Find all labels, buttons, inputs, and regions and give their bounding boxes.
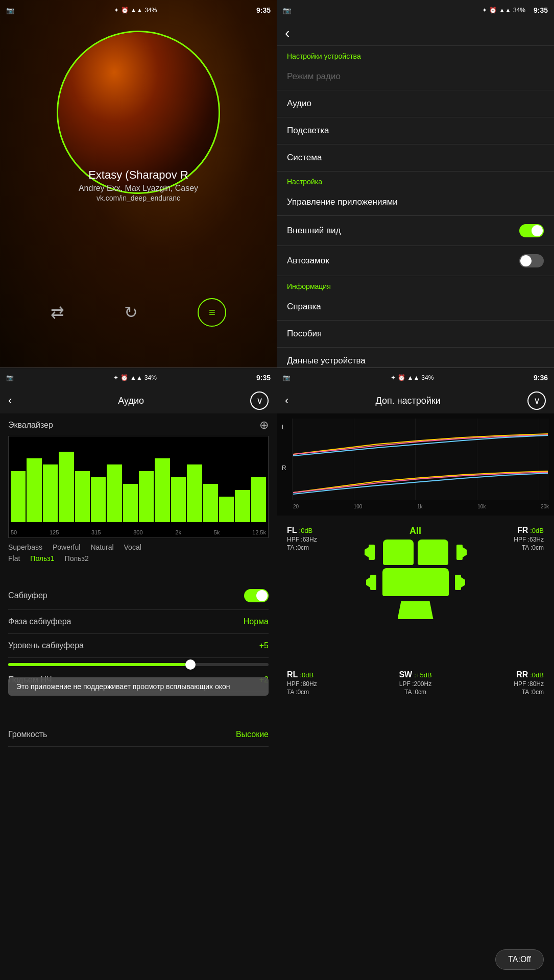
eq-bar-14[interactable] [235,490,250,522]
eq-bar-15[interactable] [251,477,266,522]
speaker-back-button[interactable]: ‹ [285,394,288,407]
front-right-seat [418,540,448,565]
eq-bar-2[interactable] [43,464,58,522]
fr-channel: FR :0dB HPF :63Hz TA :0cm [514,526,544,551]
settings-item-apps[interactable]: Управление приложениями [277,189,554,216]
speaker-down-button[interactable]: ∨ [527,391,546,410]
eq-bar-4[interactable] [75,471,90,522]
subwoofer-toggle-row: Сабвуфер [8,582,269,610]
settings-item-system[interactable]: Система [277,144,554,172]
settings-status-icons: ✦⏰▲▲ 34% [482,7,525,14]
settings-status-time: 9:35 [534,6,548,14]
preset-user2[interactable]: Польз2 [65,554,89,562]
rr-speaker-icon [451,568,465,596]
svg-rect-6 [455,575,461,590]
preset-user1[interactable]: Польз1 [30,554,54,562]
shuffle-button[interactable]: ⇄ [51,303,64,322]
eq-presets-2: Flat Польз1 Польз2 [8,554,269,562]
appearance-toggle[interactable] [519,224,544,237]
svg-marker-3 [463,547,467,557]
eq-bar-11[interactable] [187,464,202,522]
rl-ta: TA :0cm [287,689,317,696]
player-status-bar: 📷 ✦⏰▲▲ 34% 9:35 [0,0,277,20]
rl-speaker-icon [366,568,380,596]
fl-speaker-icon [365,540,379,565]
settings-item-help[interactable]: Справка [277,293,554,321]
vertical-divider-bottom [277,368,277,980]
settings-item-audio[interactable]: Аудио [277,90,554,117]
preset-vocal[interactable]: Vocal [124,543,141,551]
sw-channel: SW :+5dB LPF :200Hz TA :0cm [399,670,431,696]
speaker-status-bar: 📷 ✦⏰▲▲ 34% 9:36 [277,368,554,388]
rl-hpf: HPF :80Hz [287,680,317,688]
settings-back-button[interactable]: ‹ [285,25,290,41]
section-label-info: Информация [277,276,554,293]
track-info: Extasy (Sharapov R Andrey Exx, Max Lyazg… [52,168,225,202]
fl-db: :0dB [299,527,313,534]
track-title: Extasy (Sharapov R [52,168,225,182]
speaker-panel: 📷 ✦⏰▲▲ 34% 9:36 ‹ Доп. настройки ∨ L R [277,368,554,980]
rr-db: :0dB [530,671,544,679]
eq-bar-0[interactable] [11,471,26,522]
settings-panel: 📷 ✦⏰▲▲ 34% 9:35 ‹ Настройки устройства Р… [277,0,554,368]
settings-item-backlight[interactable]: Подсветка [277,117,554,144]
rear-seat [382,568,449,596]
eq-bar-12[interactable] [203,484,218,522]
eq-bar-3[interactable] [59,452,74,522]
level-slider-thumb[interactable] [185,659,196,670]
settings-item-appearance[interactable]: Внешний вид [277,216,554,246]
eq-bar-8[interactable] [139,471,154,522]
subwoofer-toggle[interactable] [244,589,269,602]
ta-off-button[interactable]: TA:Off [495,949,544,970]
menu-button[interactable]: ≡ [198,298,226,327]
audio-status-time: 9:35 [256,374,271,382]
audio-panel: 📷 ✦⏰▲▲ 34% 9:35 ‹ Аудио ∨ Эквалайзер ⊕ 5… [0,368,277,980]
rl-channel: RL :0dB HPF :80Hz TA :0cm [287,670,317,696]
level-slider-fill [8,663,190,666]
eq-bar-10[interactable] [171,477,186,522]
settings-item-device-data[interactable]: Данные устройства FH-X730BT/XNEW5 [277,348,554,368]
settings-status-left-icon: 📷 [283,7,291,14]
preset-flat[interactable]: Flat [8,554,20,562]
level-slider-track[interactable] [8,663,269,666]
front-seats [365,540,467,565]
rear-seats [366,568,465,596]
preset-natural[interactable]: Natural [90,543,113,551]
eq-zoom-button[interactable]: ⊕ [259,419,269,432]
sw-ta: TA :0cm [404,689,426,696]
eq-bar-5[interactable] [91,477,106,522]
freq-chart-l-label: L [282,424,285,431]
preset-powerful[interactable]: Powerful [53,543,80,551]
section-label-config: Настройка [277,172,554,189]
eq-bar-6[interactable] [107,464,122,522]
audio-back-button[interactable]: ‹ [8,394,12,407]
speaker-status-time: 9:36 [534,374,548,382]
audio-down-button[interactable]: ∨ [250,391,269,410]
eq-bar-13[interactable] [219,497,234,522]
settings-item-autolock[interactable]: Автозамок [277,246,554,276]
l-channel-lines [293,426,548,457]
freq-chart-r-label: R [282,464,286,472]
rr-ta: TA :0cm [522,689,544,696]
section-label-device: Настройки устройства [277,46,554,63]
audio-down-icon: ∨ [256,395,263,406]
speaker-layout: FL :0dB HPF :63Hz TA :0cm All [277,521,554,701]
settings-item-manual[interactable]: Пособия [277,321,554,348]
repeat-button[interactable]: ↻ [124,303,138,322]
preset-superbass[interactable]: Superbass [8,543,42,551]
front-left-seat [383,540,414,565]
all-button[interactable]: All [410,526,421,536]
fr-label: FR [517,526,528,535]
sw-lpf: LPF :200Hz [399,680,431,688]
eq-bar-1[interactable] [27,458,41,522]
eq-bar-9[interactable] [155,458,170,522]
autolock-toggle[interactable] [519,254,544,267]
subwoofer-icon [398,601,433,619]
fl-label: FL [287,526,297,535]
player-status-left-icon: 📷 [6,7,14,14]
speaker-down-icon: ∨ [534,395,540,406]
settings-item-radio[interactable]: Режим радио [277,63,554,90]
fr-db: :0dB [530,527,544,534]
eq-bar-7[interactable] [123,484,138,522]
top-speaker-row: FL :0dB HPF :63Hz TA :0cm All [287,526,544,619]
